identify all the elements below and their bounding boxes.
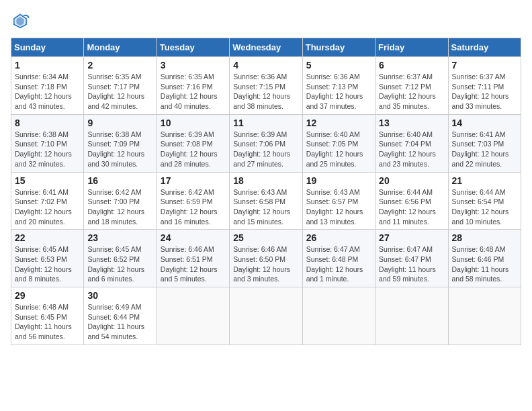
calendar-cell: 26 Sunrise: 6:47 AM Sunset: 6:48 PM Dayl…: [302, 230, 375, 287]
calendar-cell: 6 Sunrise: 6:37 AM Sunset: 7:12 PM Dayli…: [375, 57, 448, 115]
day-info: Sunrise: 6:41 AM Sunset: 7:03 PM Dayligh…: [452, 130, 517, 169]
day-number: 14: [452, 118, 517, 128]
day-number: 28: [452, 232, 517, 243]
day-info: Sunrise: 6:44 AM Sunset: 6:54 PM Dayligh…: [452, 187, 517, 227]
calendar-header-saturday: Saturday: [448, 38, 521, 57]
day-info: Sunrise: 6:49 AM Sunset: 6:44 PM Dayligh…: [87, 302, 152, 342]
calendar-cell: 4 Sunrise: 6:36 AM Sunset: 7:15 PM Dayli…: [230, 57, 302, 115]
day-number: 23: [87, 232, 152, 243]
calendar-week-row: 22 Sunrise: 6:45 AM Sunset: 6:53 PM Dayl…: [11, 230, 521, 287]
day-number: 10: [161, 118, 226, 128]
day-number: 2: [87, 60, 152, 71]
day-info: Sunrise: 6:36 AM Sunset: 7:13 PM Dayligh…: [306, 72, 371, 111]
calendar-cell: 22 Sunrise: 6:45 AM Sunset: 6:53 PM Dayl…: [11, 230, 84, 287]
day-number: 5: [306, 60, 371, 71]
calendar-week-row: 29 Sunrise: 6:48 AM Sunset: 6:45 PM Dayl…: [11, 287, 521, 345]
calendar-header-row: SundayMondayTuesdayWednesdayThursdayFrid…: [11, 38, 521, 57]
calendar-week-row: 15 Sunrise: 6:41 AM Sunset: 7:02 PM Dayl…: [11, 172, 521, 230]
day-info: Sunrise: 6:45 AM Sunset: 6:53 PM Dayligh…: [15, 244, 80, 284]
calendar-cell: 27 Sunrise: 6:47 AM Sunset: 6:47 PM Dayl…: [375, 230, 448, 287]
day-info: Sunrise: 6:44 AM Sunset: 6:56 PM Dayligh…: [379, 187, 444, 227]
day-info: Sunrise: 6:40 AM Sunset: 7:04 PM Dayligh…: [379, 130, 444, 169]
day-number: 13: [379, 118, 444, 128]
calendar-cell: 18 Sunrise: 6:43 AM Sunset: 6:58 PM Dayl…: [230, 172, 302, 230]
day-info: Sunrise: 6:37 AM Sunset: 7:11 PM Dayligh…: [452, 72, 517, 111]
calendar-cell: 1 Sunrise: 6:34 AM Sunset: 7:18 PM Dayli…: [11, 57, 84, 115]
calendar-header-sunday: Sunday: [11, 38, 84, 57]
day-number: 24: [161, 232, 226, 243]
calendar-cell: 16 Sunrise: 6:42 AM Sunset: 7:00 PM Dayl…: [84, 172, 157, 230]
day-number: 25: [233, 232, 298, 243]
day-number: 27: [379, 232, 444, 243]
calendar-cell: 30 Sunrise: 6:49 AM Sunset: 6:44 PM Dayl…: [84, 287, 157, 345]
calendar-cell: 7 Sunrise: 6:37 AM Sunset: 7:11 PM Dayli…: [448, 57, 521, 115]
calendar-cell: 14 Sunrise: 6:41 AM Sunset: 7:03 PM Dayl…: [448, 114, 521, 172]
day-info: Sunrise: 6:41 AM Sunset: 7:02 PM Dayligh…: [15, 187, 80, 227]
day-info: Sunrise: 6:38 AM Sunset: 7:10 PM Dayligh…: [15, 130, 80, 169]
calendar-header-tuesday: Tuesday: [157, 38, 229, 57]
calendar-cell: 29 Sunrise: 6:48 AM Sunset: 6:45 PM Dayl…: [11, 287, 84, 345]
day-number: 7: [452, 60, 517, 71]
day-info: Sunrise: 6:45 AM Sunset: 6:52 PM Dayligh…: [87, 244, 152, 284]
day-number: 8: [15, 118, 80, 128]
calendar-cell: 2 Sunrise: 6:35 AM Sunset: 7:17 PM Dayli…: [84, 57, 157, 115]
day-info: Sunrise: 6:46 AM Sunset: 6:51 PM Dayligh…: [161, 244, 226, 284]
day-number: 15: [15, 175, 80, 186]
calendar-cell: 5 Sunrise: 6:36 AM Sunset: 7:13 PM Dayli…: [302, 57, 375, 115]
logo-icon: [11, 11, 30, 30]
calendar-cell: 20 Sunrise: 6:44 AM Sunset: 6:56 PM Dayl…: [375, 172, 448, 230]
day-number: 9: [87, 118, 152, 128]
day-info: Sunrise: 6:47 AM Sunset: 6:47 PM Dayligh…: [379, 244, 444, 284]
calendar-cell: 17 Sunrise: 6:42 AM Sunset: 6:59 PM Dayl…: [157, 172, 229, 230]
day-info: Sunrise: 6:34 AM Sunset: 7:18 PM Dayligh…: [15, 72, 80, 111]
day-info: Sunrise: 6:48 AM Sunset: 6:45 PM Dayligh…: [15, 302, 80, 342]
day-info: Sunrise: 6:35 AM Sunset: 7:16 PM Dayligh…: [161, 72, 226, 111]
day-info: Sunrise: 6:48 AM Sunset: 6:46 PM Dayligh…: [452, 244, 517, 284]
day-number: 1: [15, 60, 80, 71]
calendar-cell: 25 Sunrise: 6:46 AM Sunset: 6:50 PM Dayl…: [230, 230, 302, 287]
day-info: Sunrise: 6:39 AM Sunset: 7:08 PM Dayligh…: [161, 130, 226, 169]
calendar-table: SundayMondayTuesdayWednesdayThursdayFrid…: [11, 38, 521, 345]
day-number: 19: [306, 175, 371, 186]
day-number: 12: [306, 118, 371, 128]
calendar-cell: [230, 287, 302, 345]
day-info: Sunrise: 6:37 AM Sunset: 7:12 PM Dayligh…: [379, 72, 444, 111]
day-info: Sunrise: 6:43 AM Sunset: 6:58 PM Dayligh…: [233, 187, 298, 227]
calendar-cell: [448, 287, 521, 345]
day-info: Sunrise: 6:35 AM Sunset: 7:17 PM Dayligh…: [87, 72, 152, 111]
calendar-cell: 19 Sunrise: 6:43 AM Sunset: 6:57 PM Dayl…: [302, 172, 375, 230]
day-info: Sunrise: 6:47 AM Sunset: 6:48 PM Dayligh…: [306, 244, 371, 284]
day-info: Sunrise: 6:42 AM Sunset: 7:00 PM Dayligh…: [87, 187, 152, 227]
day-number: 21: [452, 175, 517, 186]
calendar-cell: 9 Sunrise: 6:38 AM Sunset: 7:09 PM Dayli…: [84, 114, 157, 172]
calendar-cell: 13 Sunrise: 6:40 AM Sunset: 7:04 PM Dayl…: [375, 114, 448, 172]
calendar-cell: 10 Sunrise: 6:39 AM Sunset: 7:08 PM Dayl…: [157, 114, 229, 172]
calendar-week-row: 1 Sunrise: 6:34 AM Sunset: 7:18 PM Dayli…: [11, 57, 521, 115]
day-info: Sunrise: 6:39 AM Sunset: 7:06 PM Dayligh…: [233, 130, 298, 169]
day-number: 20: [379, 175, 444, 186]
logo: [11, 11, 32, 30]
day-number: 17: [161, 175, 226, 186]
calendar-header-monday: Monday: [84, 38, 157, 57]
day-info: Sunrise: 6:40 AM Sunset: 7:05 PM Dayligh…: [306, 130, 371, 169]
calendar-header-wednesday: Wednesday: [230, 38, 302, 57]
day-info: Sunrise: 6:42 AM Sunset: 6:59 PM Dayligh…: [161, 187, 226, 227]
day-info: Sunrise: 6:46 AM Sunset: 6:50 PM Dayligh…: [233, 244, 298, 284]
day-info: Sunrise: 6:36 AM Sunset: 7:15 PM Dayligh…: [233, 72, 298, 111]
calendar-cell: 15 Sunrise: 6:41 AM Sunset: 7:02 PM Dayl…: [11, 172, 84, 230]
calendar-cell: 23 Sunrise: 6:45 AM Sunset: 6:52 PM Dayl…: [84, 230, 157, 287]
calendar-header-thursday: Thursday: [302, 38, 375, 57]
day-number: 16: [87, 175, 152, 186]
calendar-cell: 12 Sunrise: 6:40 AM Sunset: 7:05 PM Dayl…: [302, 114, 375, 172]
day-number: 22: [15, 232, 80, 243]
calendar-header-friday: Friday: [375, 38, 448, 57]
calendar-cell: [302, 287, 375, 345]
calendar-cell: 28 Sunrise: 6:48 AM Sunset: 6:46 PM Dayl…: [448, 230, 521, 287]
day-number: 30: [87, 290, 152, 301]
calendar-cell: 3 Sunrise: 6:35 AM Sunset: 7:16 PM Dayli…: [157, 57, 229, 115]
day-info: Sunrise: 6:43 AM Sunset: 6:57 PM Dayligh…: [306, 187, 371, 227]
day-number: 29: [15, 290, 80, 301]
calendar-cell: [157, 287, 229, 345]
day-number: 4: [233, 60, 298, 71]
day-number: 6: [379, 60, 444, 71]
